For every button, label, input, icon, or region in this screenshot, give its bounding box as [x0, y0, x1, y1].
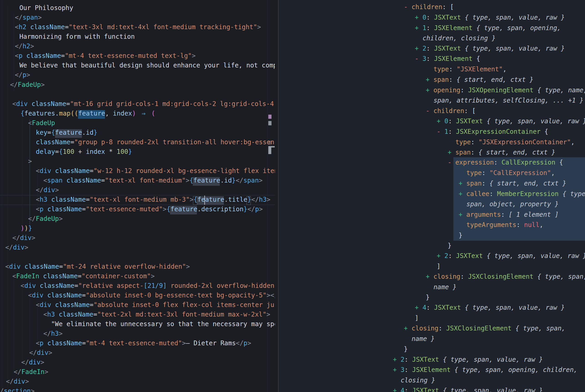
ast-bracket: ]: [415, 314, 419, 322]
tree-expand-icon[interactable]: +: [459, 190, 466, 198]
ast-line[interactable]: + 4: JSXText { type, span, value, raw }: [415, 302, 565, 313]
tree-expand-icon[interactable]: +: [415, 24, 423, 32]
ast-line[interactable]: + 3: JSXElement { type, span, opening, c…: [393, 365, 577, 375]
ast-node-type: JSXText: [456, 117, 487, 125]
ast-line[interactable]: + 2: JSXText { type, span, value, raw }: [393, 354, 543, 365]
ast-colon: :: [516, 221, 524, 228]
tree-expand-icon[interactable]: +: [415, 304, 423, 311]
ast-line[interactable]: name }: [412, 334, 435, 344]
ast-field-preview: name }: [412, 335, 435, 342]
ast-line[interactable]: }: [404, 344, 408, 354]
ast-field-preview: { type, span, value, raw }: [487, 117, 585, 125]
ast-colon: :: [426, 14, 434, 21]
tree-expand-icon[interactable]: +: [415, 14, 423, 21]
ast-line[interactable]: - 3: JSXElement {: [415, 54, 480, 64]
ast-index: 0: [423, 14, 426, 21]
ast-field-preview: { type, span,: [515, 324, 565, 332]
tree-expand-icon[interactable]: +: [437, 252, 444, 260]
ast-key: children: [412, 3, 442, 11]
ast-field-preview: { type, span, value, raw }: [465, 45, 565, 52]
ast-line[interactable]: ]: [437, 261, 441, 272]
tree-expand-icon[interactable]: +: [415, 45, 423, 52]
ast-colon: :: [449, 76, 457, 84]
tree-collapse-icon[interactable]: -: [415, 55, 423, 62]
ast-node-type: JSXElement: [434, 24, 476, 32]
ast-line[interactable]: + closing: JSXClosingElement { type, spa…: [404, 323, 565, 334]
ast-field-preview: { type, span,: [537, 273, 585, 280]
string-value: "JSXElement": [457, 66, 503, 73]
ast-line[interactable]: - 1: JSXExpressionContainer {: [437, 126, 548, 137]
ast-line[interactable]: + 2: JSXText { type, span, value, raw }: [415, 43, 565, 54]
ast-line[interactable]: + 0: JSXText { type, span, value, raw }: [437, 116, 585, 126]
ast-line[interactable]: }: [459, 230, 462, 240]
ast-index: 2: [423, 45, 426, 52]
ast-node-type: JSXText: [434, 14, 465, 21]
ast-index: 4: [401, 387, 405, 392]
ast-node-type: CallExpression: [501, 158, 559, 166]
tree-expand-icon[interactable]: +: [459, 211, 466, 218]
ast-colon: :: [405, 356, 412, 363]
ast-node-type: JSXExpressionContainer: [456, 128, 544, 136]
tree-expand-icon[interactable]: +: [426, 273, 434, 280]
ast-line[interactable]: type: "JSXExpressionContainer",: [455, 137, 575, 147]
ast-colon: :: [464, 107, 472, 115]
ast-line[interactable]: + arguments: [ 1 element ]: [459, 210, 558, 220]
tree-collapse-icon[interactable]: -: [426, 107, 434, 115]
tree-collapse-icon[interactable]: -: [448, 158, 455, 166]
ast-colon: :: [442, 3, 450, 11]
ast-node-type: JSXClosingElement: [446, 324, 515, 332]
ast-line[interactable]: - children: [: [404, 2, 454, 12]
ast-line[interactable]: + span: { start, end, ctxt }: [426, 74, 533, 85]
ast-line[interactable]: }: [426, 292, 430, 302]
ast-line[interactable]: type: "JSXElement",: [434, 64, 506, 74]
ast-line[interactable]: + callee: MemberExpression { type,: [459, 189, 585, 199]
ast-index: 2: [401, 356, 405, 363]
ast-colon: :: [448, 252, 456, 260]
ast-line[interactable]: + closing: JSXClosingElement { type, spa…: [426, 272, 585, 282]
ast-line[interactable]: + 4: JSXText { type, span, value, raw }: [393, 386, 543, 392]
ast-key: typeArguments: [466, 221, 516, 228]
ast-line[interactable]: + opening: JSXOpeningElement { type, nam…: [426, 85, 585, 95]
ast-colon: :: [482, 180, 489, 187]
ast-line[interactable]: + span: { start, end, ctxt }: [459, 178, 566, 188]
ast-line[interactable]: type: "CallExpression",: [466, 168, 555, 178]
ast-line[interactable]: span, object, property }: [466, 199, 559, 209]
tree-expand-icon[interactable]: +: [404, 324, 412, 332]
ast-line[interactable]: + 2: JSXText { type, span, value, raw }: [437, 251, 585, 261]
ast-node-type: JSXText: [434, 304, 465, 311]
ast-line[interactable]: - children: [: [426, 106, 476, 116]
ast-key: opening: [434, 86, 460, 94]
ast-bracket: }: [426, 294, 430, 301]
tree-expand-icon[interactable]: +: [393, 387, 401, 392]
ast-line[interactable]: span, attributes, selfClosing, ... +1 }: [434, 95, 583, 106]
ast-line[interactable]: }: [448, 240, 452, 251]
ast-node-type: JSXElement: [412, 366, 454, 374]
ast-line[interactable]: children, closing }: [423, 33, 496, 43]
ast-line[interactable]: + 1: JSXElement { type, span, opening,: [415, 23, 561, 33]
ast-line[interactable]: closing }: [401, 375, 435, 386]
tree-expand-icon[interactable]: +: [393, 366, 401, 374]
tree-expand-icon[interactable]: +: [459, 180, 466, 187]
ast-tree-pane[interactable]: - children: [+ 0: JSXText { type, span, …: [0, 0, 585, 392]
ast-key: callee: [466, 190, 489, 198]
tree-collapse-icon[interactable]: -: [437, 128, 444, 136]
tree-expand-icon[interactable]: +: [426, 86, 434, 94]
ast-field-preview: { start, end, ctxt }: [457, 76, 533, 84]
ast-index: 3: [423, 55, 426, 62]
ast-colon: :: [482, 169, 489, 177]
ast-line[interactable]: typeArguments: null,: [466, 220, 543, 230]
ast-line[interactable]: - expression: CallExpression {: [448, 157, 563, 168]
tree-expand-icon[interactable]: +: [426, 76, 434, 84]
tree-expand-icon[interactable]: +: [448, 148, 455, 156]
ast-bracket: }: [404, 345, 408, 353]
ast-line[interactable]: + 0: JSXText { type, span, value, raw }: [415, 12, 565, 22]
ast-colon: :: [426, 55, 434, 62]
ast-line[interactable]: ]: [415, 313, 419, 323]
ast-bracket: {: [544, 128, 548, 136]
tree-expand-icon[interactable]: +: [437, 117, 444, 125]
ast-line[interactable]: name }: [434, 282, 457, 292]
ast-line[interactable]: + span: { start, end, ctxt }: [448, 147, 555, 158]
ast-colon: :: [448, 117, 456, 125]
tree-collapse-icon[interactable]: -: [404, 3, 412, 11]
tree-expand-icon[interactable]: +: [393, 356, 401, 363]
